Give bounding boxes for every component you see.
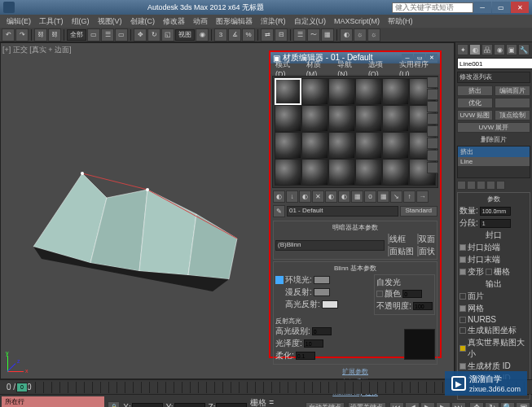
ref-coord-dropdown[interactable]: 视图 (175, 29, 195, 41)
material-slot[interactable] (301, 78, 328, 105)
menu-help[interactable]: 帮助(H) (385, 15, 416, 28)
modbtn-vertexpaint[interactable]: 顶点绘制 (495, 110, 530, 120)
material-slot[interactable] (275, 159, 301, 186)
shader-dropdown[interactable]: (B)Blinn (275, 240, 385, 251)
speclevel-spinner[interactable] (312, 327, 332, 335)
play-button[interactable]: ▶ (420, 402, 435, 408)
coord-y-input[interactable] (174, 403, 205, 407)
selfillum-spinner[interactable] (402, 290, 422, 298)
material-slot[interactable] (301, 105, 328, 132)
menu-maxscript[interactable]: MAXScript(M) (331, 16, 383, 26)
display-tab[interactable]: ▣ (506, 44, 517, 55)
pan-view-button[interactable]: ✥ (469, 402, 484, 408)
zoom-view-button[interactable]: 🔍 (500, 402, 515, 408)
lock-icon[interactable] (275, 276, 284, 284)
mat-backlight-button[interactable] (427, 89, 438, 100)
material-editor-window[interactable]: ▣ 材质编辑器 - 01 - Default ─ ▭ ✕ 模式(D) 材质(M)… (269, 50, 442, 358)
material-slot[interactable] (382, 105, 409, 132)
get-material-button[interactable]: ◐ (273, 190, 285, 203)
menu-graph[interactable]: 图形编辑器 (213, 15, 256, 28)
menu-customize[interactable]: 自定义(U) (291, 15, 330, 28)
stack-config-button[interactable] (496, 181, 505, 190)
stack-item-extrude[interactable]: 挤出 (458, 147, 530, 157)
assign-button[interactable]: ◐ (299, 190, 311, 203)
go-parent-button[interactable]: ↑ (403, 190, 415, 203)
selection-filter-dropdown[interactable]: 全部 (67, 29, 86, 41)
coord-x-input[interactable] (132, 403, 163, 407)
show-in-viewport-button[interactable]: ▦ (377, 190, 389, 203)
max-view-button[interactable]: ▣ (516, 402, 530, 408)
genmap-check[interactable] (459, 327, 466, 334)
stack-show-button[interactable] (467, 181, 476, 190)
coord-z-input[interactable] (216, 403, 247, 407)
amount-spinner[interactable] (480, 207, 511, 216)
material-slot[interactable] (382, 159, 409, 186)
goto-end-button[interactable]: ⏭ (451, 402, 466, 408)
stack-pin-button[interactable] (457, 181, 466, 190)
select-button[interactable]: ▭ (87, 28, 100, 42)
menu-views[interactable]: 视图(V) (95, 15, 125, 28)
motion-tab[interactable]: ◉ (494, 44, 505, 55)
cap-end-check[interactable] (459, 256, 466, 263)
snap-button[interactable]: 3 (214, 28, 227, 42)
specular-swatch[interactable] (322, 300, 338, 309)
material-slot[interactable] (382, 78, 409, 105)
angle-snap-button[interactable]: ∡ (228, 28, 241, 42)
out-nurbs-radio[interactable] (459, 317, 466, 323)
morph-radio[interactable] (459, 269, 466, 275)
menu-animation[interactable]: 动画 (190, 15, 211, 28)
material-slot[interactable] (301, 132, 328, 159)
genmat-check[interactable] (459, 363, 466, 370)
make-unique-button[interactable]: ◐ (338, 190, 350, 203)
layer-button[interactable]: ☰ (293, 28, 306, 42)
material-slot[interactable] (355, 132, 382, 159)
diffuse-swatch[interactable] (314, 288, 330, 296)
grid-radio[interactable] (486, 269, 492, 275)
material-slot-1[interactable] (275, 78, 301, 105)
lock-selection-button[interactable]: 🔒 (108, 401, 120, 408)
ambient-swatch[interactable] (314, 276, 330, 284)
gloss-spinner[interactable] (304, 339, 323, 348)
out-patch-radio[interactable] (459, 293, 466, 300)
put-to-scene-button[interactable]: ↓ (286, 190, 298, 203)
menu-tools[interactable]: 工具(T) (36, 15, 67, 28)
create-tab[interactable]: ✦ (457, 44, 468, 55)
prev-frame-button[interactable]: ◀ (405, 402, 420, 408)
align-button[interactable]: ⊟ (275, 28, 288, 42)
modbtn-editpatch[interactable]: 编辑面片 (495, 85, 530, 96)
material-slot[interactable] (328, 159, 355, 186)
material-slot[interactable] (355, 105, 382, 132)
go-forward-button[interactable]: → (416, 190, 429, 203)
percent-snap-button[interactable]: % (242, 28, 255, 42)
object-name-input[interactable] (457, 58, 532, 69)
modify-tab[interactable]: ◐ (469, 44, 481, 55)
soften-spinner[interactable] (296, 352, 315, 360)
goto-start-button[interactable]: ⏮ (389, 402, 404, 408)
material-slot[interactable] (301, 159, 328, 186)
modifier-list-dropdown[interactable]: 修改器列表 (457, 72, 530, 83)
time-marker[interactable]: 0 (16, 383, 28, 392)
undo-button[interactable]: ↶ (2, 28, 15, 42)
scene-geometry[interactable] (17, 149, 253, 312)
rollout-extended[interactable]: 扩展参数 (270, 366, 440, 377)
matid-button[interactable]: 0 (364, 190, 376, 203)
mirror-button[interactable]: ⇄ (261, 28, 274, 42)
pivot-button[interactable]: ◉ (196, 28, 209, 42)
menu-edit[interactable]: 编辑(E) (3, 15, 34, 28)
material-editor-button[interactable]: ◐ (340, 28, 353, 42)
reset-button[interactable]: ✕ (312, 190, 324, 203)
render-setup-button[interactable]: ☼ (354, 28, 367, 42)
material-slot[interactable] (275, 132, 301, 159)
redo-button[interactable]: ↷ (15, 28, 29, 42)
unlink-button[interactable]: ⛓ (48, 28, 61, 42)
next-frame-button[interactable]: ▶ (436, 402, 451, 408)
stack-remove-button[interactable] (486, 181, 495, 190)
put-to-lib-button[interactable]: ▦ (351, 190, 363, 203)
mat-sample-type-button[interactable] (427, 77, 438, 88)
maximize-button[interactable]: ▭ (492, 2, 510, 13)
material-slot[interactable] (328, 105, 355, 132)
select-region-button[interactable]: ▭ (115, 28, 128, 42)
select-name-button[interactable]: ☰ (101, 28, 114, 42)
material-slot[interactable] (355, 78, 382, 105)
close-button[interactable]: ✕ (511, 2, 529, 13)
